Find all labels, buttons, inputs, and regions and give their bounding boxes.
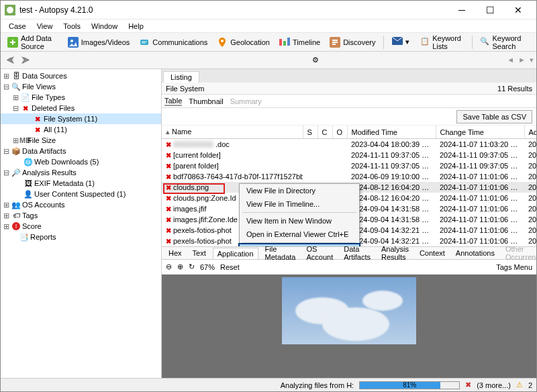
tree-dataartifacts[interactable]: Data Artifacts — [22, 147, 66, 155]
ctx-view-timeline[interactable]: View File in Timeline... — [240, 197, 359, 211]
timeline-button[interactable]: Timeline — [275, 35, 324, 50]
rotate-button[interactable]: ↻ — [189, 262, 195, 271]
tags-menu[interactable]: Tags Menu — [496, 263, 532, 271]
ctx-open-ext[interactable]: Open in External Viewer Ctrl+E — [240, 228, 359, 241]
zoom-in-button[interactable]: ⊕ — [177, 262, 183, 271]
app-icon — [5, 5, 15, 15]
tree-all[interactable]: All (11) — [44, 126, 67, 134]
dropdown-icon[interactable]: ▾ — [530, 56, 534, 64]
deleted-icon: ✖ — [166, 173, 171, 181]
tree-webdownloads[interactable]: Web Downloads (5) — [34, 158, 99, 166]
results-icon: 🔎 — [11, 168, 21, 177]
discovery-button[interactable]: Discovery — [326, 35, 379, 50]
table-row[interactable]: ✖[parent folder]2024-11-11 09:37:05 CST2… — [162, 160, 536, 171]
tree-exif[interactable]: EXIF Metadata (1) — [34, 179, 95, 187]
tree-score[interactable]: Score — [22, 222, 42, 230]
datasource-icon: 🗄 — [11, 71, 21, 81]
pin-right-icon[interactable]: ► — [518, 56, 526, 64]
add-data-source-button[interactable]: Add Data Source — [3, 35, 62, 50]
warning-icon[interactable]: ⚠ — [516, 381, 523, 389]
user-icon: 👤 — [23, 189, 33, 199]
ctx-view-newwin[interactable]: View Item in New Window — [240, 214, 359, 228]
tree-fileviews[interactable]: File Views — [22, 83, 56, 91]
tree-analysis[interactable]: Analysis Results — [22, 168, 77, 177]
bt-annot[interactable]: Annotations — [452, 248, 499, 258]
filetypes-icon: 📄 — [21, 93, 30, 102]
close-button[interactable]: ✕ — [504, 1, 532, 19]
tree-filesystem[interactable]: File System (11) — [44, 115, 97, 123]
window-title: test - Autopsy 4.21.0 — [19, 5, 448, 15]
zoom-level: 67% — [200, 263, 215, 271]
tree-filetypes[interactable]: File Types — [32, 93, 65, 101]
col-mt: Modified Time — [347, 126, 436, 139]
zoom-out-button[interactable]: ⊖ — [166, 262, 172, 271]
svg-point-6 — [221, 40, 224, 42]
tree-tags[interactable]: Tags — [22, 211, 38, 219]
keyword-search-button[interactable]: 🔍Keyword Search — [476, 35, 534, 50]
nav-fwd-button[interactable]: ⮞ — [18, 54, 33, 67]
bt-application[interactable]: Application — [213, 248, 258, 259]
svg-rect-8 — [283, 41, 286, 46]
artifact-icon: 📦 — [11, 146, 21, 156]
col-name: ▴ Name — [162, 126, 303, 139]
keyword-lists-button[interactable]: 📋Keyword Lists — [416, 35, 468, 50]
status-more[interactable]: (3 more...) — [477, 381, 511, 389]
pin-left-icon[interactable]: ◄ — [507, 56, 514, 64]
minimize-button[interactable]: ─ — [448, 1, 476, 19]
preview-image — [282, 277, 416, 344]
tag-icon: 🏷 — [11, 211, 21, 220]
subtab-summary[interactable]: Summary — [230, 97, 262, 105]
deleted-icon: ✖ — [166, 184, 171, 191]
subtab-thumbnail[interactable]: Thumbnail — [189, 97, 223, 105]
reset-button[interactable]: Reset — [220, 263, 240, 271]
images-videos-button[interactable]: Images/Videos — [64, 35, 134, 50]
subtab-table[interactable]: Table — [164, 97, 182, 106]
menubar: Case View Tools Window Help — [1, 19, 536, 33]
tree-filesize[interactable]: File Size — [28, 136, 56, 144]
ctx-extract[interactable]: Extract File(s) — [240, 244, 359, 246]
bt-context[interactable]: Context — [416, 248, 449, 258]
deleted-icon: ✖ — [166, 152, 171, 159]
save-table-csv-button[interactable]: Save Table as CSV — [456, 110, 532, 124]
context-menu: View File in Directory View File in Time… — [239, 183, 360, 246]
listing-tab[interactable]: Listing — [163, 71, 199, 83]
tree-panel[interactable]: ⊞🗄Data Sources ⊟🔍File Views ⊞📄File Types… — [1, 69, 162, 378]
geolocation-button[interactable]: Geolocation — [213, 35, 274, 50]
table-row[interactable]: ✖[current folder]2024-11-11 09:37:05 CST… — [162, 150, 536, 160]
mail-button[interactable]: ▾ — [388, 35, 413, 50]
bt-text[interactable]: Text — [189, 248, 210, 258]
image-preview — [162, 275, 536, 378]
menu-window[interactable]: Window — [86, 21, 123, 32]
deleted-icon: ✖ — [166, 195, 171, 202]
statusbar: Analyzing files from H: 81% ✖ (3 more...… — [1, 378, 536, 391]
menu-tools[interactable]: Tools — [58, 21, 86, 32]
nav-back-button[interactable]: ⮜ — [3, 54, 18, 67]
ctx-view-dir[interactable]: View File in Directory — [240, 184, 359, 197]
maximize-button[interactable]: ☐ — [476, 1, 504, 19]
tree-reports[interactable]: Reports — [30, 233, 56, 241]
tree-osaccounts[interactable]: OS Accounts — [22, 201, 65, 209]
tree-usercontent[interactable]: User Content Suspected (1) — [34, 190, 126, 198]
menu-help[interactable]: Help — [123, 21, 149, 32]
communications-button[interactable]: Communications — [135, 35, 211, 50]
menu-case[interactable]: Case — [3, 21, 32, 32]
tree-deletedfiles[interactable]: Deleted Files — [32, 104, 75, 112]
deleted-icon: ✖ — [166, 227, 171, 234]
bt-hex[interactable]: Hex — [164, 248, 186, 258]
col-c: C — [318, 126, 332, 139]
status-text: Analyzing files from H: — [281, 381, 354, 389]
cancel-progress-icon[interactable]: ✖ — [465, 381, 471, 389]
table-row[interactable]: ✖.doc2023-04-04 18:00:39 CST2024-11-07 1… — [162, 139, 536, 150]
views-icon: 🔍 — [11, 82, 21, 91]
deleted-icon: ✖ — [166, 141, 171, 148]
progress-bar: 81% — [359, 381, 460, 389]
gear-icon[interactable]: ⚙ — [312, 56, 319, 64]
globe-icon: 🌐 — [23, 157, 33, 166]
deleted-icon: ✖ — [166, 162, 171, 170]
tree-datasources[interactable]: Data Sources — [22, 72, 67, 80]
table-row[interactable]: ✖bdf70863-7643-417d-b70f-1177f1527bbc.jp… — [162, 171, 536, 182]
menu-view[interactable]: View — [32, 21, 58, 32]
listing-tabstrip: Listing — [162, 69, 536, 83]
svg-rect-7 — [279, 39, 282, 46]
listing-title: File System — [166, 85, 204, 93]
